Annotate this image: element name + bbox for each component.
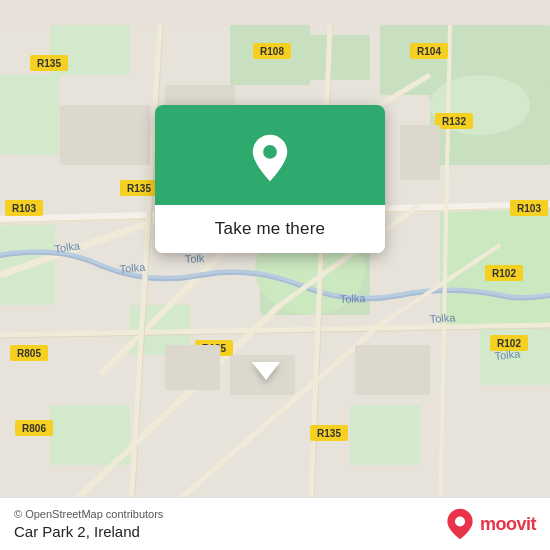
svg-text:R108: R108 — [260, 46, 284, 57]
bottom-left: © OpenStreetMap contributors Car Park 2,… — [14, 508, 163, 540]
location-label: Car Park 2, Ireland — [14, 523, 163, 540]
svg-rect-70 — [165, 345, 220, 390]
svg-text:R102: R102 — [492, 268, 516, 279]
svg-text:R805: R805 — [17, 348, 41, 359]
moovit-icon — [444, 508, 476, 540]
svg-text:Tolk: Tolk — [184, 252, 205, 265]
take-me-there-button[interactable]: Take me there — [155, 205, 385, 253]
svg-text:R135: R135 — [317, 428, 341, 439]
bottom-bar: © OpenStreetMap contributors Car Park 2,… — [0, 497, 550, 550]
svg-text:R104: R104 — [417, 46, 441, 57]
attribution-text: © OpenStreetMap contributors — [14, 508, 163, 520]
map-container: R135 R103 R108 R104 R132 R103 R102 R102 … — [0, 0, 550, 550]
popup-header — [155, 105, 385, 205]
location-pin-icon — [245, 133, 295, 183]
svg-rect-68 — [60, 105, 150, 165]
svg-rect-15 — [350, 405, 420, 465]
svg-rect-2 — [310, 35, 370, 80]
moovit-brand-text: moovit — [480, 514, 536, 535]
popup-tail — [252, 362, 280, 380]
svg-point-74 — [263, 145, 277, 159]
svg-rect-73 — [400, 125, 440, 180]
moovit-logo[interactable]: moovit — [444, 508, 536, 540]
svg-text:R103: R103 — [517, 203, 541, 214]
svg-text:R806: R806 — [22, 423, 46, 434]
svg-rect-6 — [0, 75, 60, 155]
popup-card: Take me there — [155, 105, 385, 253]
svg-text:R135: R135 — [37, 58, 61, 69]
svg-text:Tolka: Tolka — [429, 311, 456, 325]
svg-text:R135: R135 — [127, 183, 151, 194]
svg-text:Tolka: Tolka — [119, 261, 147, 275]
svg-text:Tolka: Tolka — [340, 292, 367, 305]
map-background: R135 R103 R108 R104 R132 R103 R102 R102 … — [0, 0, 550, 550]
svg-text:R103: R103 — [12, 203, 36, 214]
svg-point-75 — [455, 516, 465, 526]
svg-text:R132: R132 — [442, 116, 466, 127]
svg-rect-72 — [355, 345, 430, 395]
